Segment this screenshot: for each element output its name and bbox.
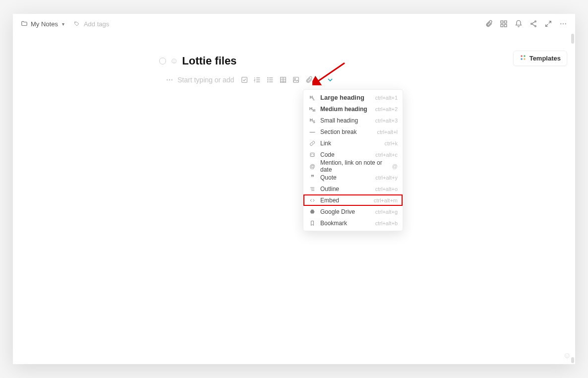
topbar: My Notes ▾ Add tags bbox=[13, 14, 575, 34]
editor-placeholder[interactable]: Start typing or add bbox=[177, 76, 234, 84]
dropdown-item-bookmark[interactable]: Bookmarkctrl+alt+b bbox=[303, 217, 403, 229]
dropdown-item-label: Bookmark bbox=[320, 220, 375, 227]
dropdown-item-shortcut: ctrl+alt+2 bbox=[375, 106, 398, 112]
dropdown-item-outline[interactable]: Outlinectrl+alt+o bbox=[303, 183, 403, 194]
svg-point-9 bbox=[563, 23, 564, 24]
scrollbar[interactable] bbox=[571, 34, 574, 44]
dropdown-item-label: Small heading bbox=[320, 117, 375, 124]
divider bbox=[319, 75, 320, 84]
svg-point-19 bbox=[524, 55, 526, 57]
emoji-icon[interactable]: ☺ bbox=[170, 57, 178, 65]
svg-rect-2 bbox=[504, 21, 507, 23]
table-icon[interactable] bbox=[279, 75, 288, 84]
templates-button[interactable]: Templates bbox=[513, 51, 567, 66]
dropdown-item-label: Code bbox=[320, 151, 375, 158]
chevron-down-icon[interactable] bbox=[326, 75, 335, 84]
svg-point-12 bbox=[268, 77, 268, 78]
folder-icon bbox=[21, 20, 28, 27]
dropdown-item-medium-heading[interactable]: HMMedium headingctrl+alt+2 bbox=[303, 103, 403, 115]
dropdown-item-mention-link-on-note-or-date[interactable]: @Mention, link on note or date@ bbox=[303, 160, 403, 172]
dropdown-item-label: Google Drive bbox=[320, 208, 375, 215]
dropdown-item-icon bbox=[308, 209, 316, 215]
more-icon[interactable] bbox=[559, 20, 567, 28]
dropdown-item-quote[interactable]: ❞Quotectrl+alt+y bbox=[303, 172, 403, 183]
svg-rect-3 bbox=[501, 24, 503, 27]
templates-label: Templates bbox=[529, 55, 561, 62]
numbered-list-icon[interactable] bbox=[253, 75, 262, 84]
status-circle-icon[interactable] bbox=[159, 58, 166, 64]
insert-dropdown: HLLarge headingctrl+alt+1HMMedium headin… bbox=[303, 89, 403, 231]
dropdown-item-icon: @ bbox=[308, 163, 316, 169]
grid-icon[interactable] bbox=[500, 20, 508, 28]
topbar-actions bbox=[485, 20, 567, 28]
dropdown-item-shortcut: ctrl+alt+1 bbox=[375, 95, 398, 101]
attachment-icon[interactable] bbox=[485, 20, 493, 28]
dropdown-item-shortcut: ctrl+alt+g bbox=[375, 209, 398, 215]
svg-point-21 bbox=[524, 58, 526, 60]
svg-point-7 bbox=[535, 25, 536, 27]
dropdown-item-shortcut: @ bbox=[392, 163, 398, 169]
editor-row: ⋯ Start typing or add bbox=[166, 75, 335, 84]
app-window: My Notes ▾ Add tags ☺ Lottie files ⋯ Sta… bbox=[13, 14, 575, 364]
templates-icon bbox=[520, 54, 527, 63]
svg-point-18 bbox=[521, 55, 523, 57]
dropdown-item-shortcut: ctrl+alt+3 bbox=[375, 118, 398, 124]
add-tags-placeholder[interactable]: Add tags bbox=[84, 20, 109, 28]
title-area: ☺ Lottie files bbox=[159, 55, 236, 67]
svg-point-0 bbox=[75, 22, 76, 23]
dropdown-item-icon bbox=[308, 152, 316, 158]
dropdown-item-small-heading[interactable]: HSSmall headingctrl+alt+3 bbox=[303, 115, 403, 126]
dropdown-item-icon: HL bbox=[308, 95, 316, 101]
svg-point-14 bbox=[268, 81, 268, 82]
tag-icon bbox=[74, 21, 80, 27]
dropdown-item-icon bbox=[308, 140, 316, 146]
dropdown-item-shortcut: ctrl+k bbox=[384, 140, 398, 146]
drag-handle-icon[interactable]: ⋯ bbox=[166, 76, 174, 84]
dropdown-item-icon bbox=[308, 220, 316, 226]
dropdown-item-shortcut: ctrl+alt+m bbox=[374, 197, 398, 203]
dropdown-item-icon: HM bbox=[308, 106, 316, 112]
caret-down-icon: ▾ bbox=[62, 21, 67, 27]
dropdown-item-shortcut: ctrl+alt+o bbox=[375, 186, 398, 192]
dropdown-item-label: Quote bbox=[320, 174, 375, 181]
dropdown-item-embed[interactable]: Embedctrl+alt+m bbox=[303, 194, 403, 206]
breadcrumb[interactable]: My Notes ▾ Add tags bbox=[21, 20, 109, 28]
svg-rect-1 bbox=[501, 21, 503, 23]
svg-point-8 bbox=[560, 23, 561, 24]
dropdown-item-label: Mention, link on note or date bbox=[320, 159, 392, 173]
dropdown-item-shortcut: ctrl+alt+c bbox=[375, 152, 398, 158]
dropdown-item-label: Large heading bbox=[320, 94, 375, 101]
svg-rect-16 bbox=[294, 77, 299, 83]
dropdown-item-icon bbox=[308, 186, 316, 192]
svg-point-10 bbox=[565, 23, 566, 24]
dropdown-item-label: Embed bbox=[320, 197, 374, 204]
image-icon[interactable] bbox=[292, 75, 300, 84]
share-icon[interactable] bbox=[529, 20, 537, 28]
svg-point-6 bbox=[531, 23, 532, 25]
checkbox-icon[interactable] bbox=[240, 75, 249, 84]
scrollbar[interactable] bbox=[571, 357, 574, 363]
dropdown-item-icon: ❞ bbox=[308, 174, 316, 181]
page-title[interactable]: Lottie files bbox=[182, 55, 236, 67]
svg-point-17 bbox=[294, 78, 295, 79]
feedback-face-icon[interactable]: ☺ bbox=[563, 351, 571, 360]
dropdown-item-large-heading[interactable]: HLLarge headingctrl+alt+1 bbox=[303, 92, 403, 103]
bell-icon[interactable] bbox=[515, 20, 523, 28]
dropdown-item-google-drive[interactable]: Google Drivectrl+alt+g bbox=[303, 206, 403, 217]
bullet-list-icon[interactable] bbox=[266, 75, 275, 84]
dropdown-item-shortcut: ctrl+alt+b bbox=[375, 220, 398, 226]
dropdown-item-link[interactable]: Linkctrl+k bbox=[303, 137, 403, 149]
dropdown-item-label: Section break bbox=[320, 128, 377, 135]
dropdown-item-label: Outline bbox=[320, 186, 375, 192]
breadcrumb-label: My Notes bbox=[31, 20, 58, 28]
dropdown-item-label: Link bbox=[320, 140, 384, 147]
expand-icon[interactable] bbox=[544, 20, 552, 28]
dropdown-item-shortcut: ctrl+alt+y bbox=[375, 175, 398, 181]
svg-point-13 bbox=[268, 79, 268, 80]
svg-rect-11 bbox=[242, 77, 247, 83]
svg-point-5 bbox=[535, 21, 536, 22]
svg-rect-4 bbox=[504, 24, 507, 27]
attach-icon[interactable] bbox=[304, 75, 313, 84]
dropdown-item-section-break[interactable]: —Section breakctrl+alt+l bbox=[303, 126, 403, 137]
dropdown-item-icon bbox=[308, 197, 316, 203]
